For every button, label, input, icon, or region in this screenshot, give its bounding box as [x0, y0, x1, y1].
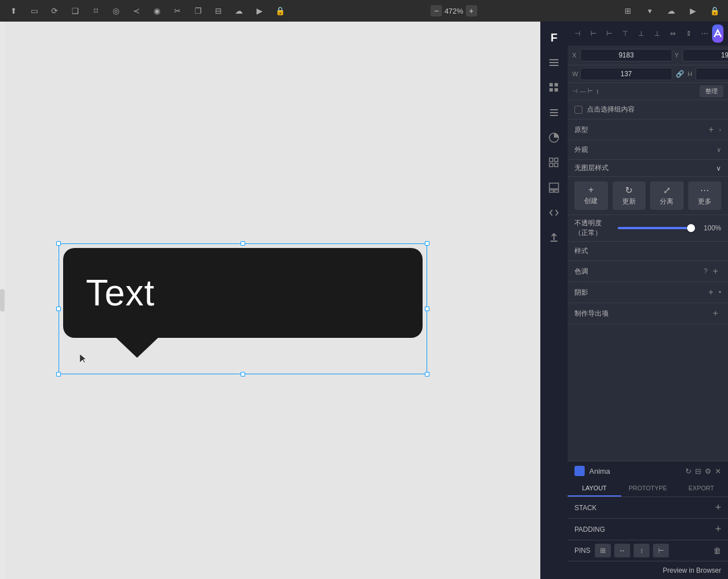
- icon-bar-colorlib[interactable]: [543, 126, 565, 149]
- ellipse-tool[interactable]: ◉: [148, 2, 166, 20]
- frame-tool[interactable]: ▭: [25, 2, 43, 20]
- anima-layout-icon[interactable]: ⊟: [695, 467, 701, 475]
- stack-plus-icon[interactable]: +: [715, 502, 721, 514]
- left-sidebar-handle[interactable]: [0, 289, 5, 312]
- icon-bar-upgrade[interactable]: [543, 226, 565, 249]
- align-left-btn[interactable]: ⊣: [570, 27, 585, 40]
- copy-tool[interactable]: ❐: [189, 2, 207, 20]
- color-add-icon[interactable]: +: [710, 266, 721, 277]
- align-right-btn[interactable]: ⊢: [602, 27, 617, 40]
- handle-top-left[interactable]: [56, 241, 61, 246]
- cloud-sync-icon[interactable]: ☁: [662, 2, 680, 20]
- icon-bar-components[interactable]: [543, 151, 565, 174]
- more-align-btn[interactable]: ⋯: [697, 27, 712, 40]
- prototype-section[interactable]: 原型 + ›: [568, 119, 728, 140]
- arrange-button[interactable]: 整理: [700, 85, 723, 97]
- play-tool[interactable]: ▶: [250, 2, 268, 20]
- play-preview-icon[interactable]: ▶: [684, 2, 702, 20]
- y-input[interactable]: [682, 49, 728, 61]
- zoom-out-button[interactable]: −: [431, 5, 442, 16]
- handle-bottom-left[interactable]: [56, 372, 61, 377]
- icon-bar-grid[interactable]: [543, 76, 565, 99]
- canvas-area[interactable]: Text: [5, 22, 540, 579]
- x-input[interactable]: [580, 49, 672, 61]
- rect-tool[interactable]: ❑: [66, 2, 84, 20]
- icon-bar-assets[interactable]: [543, 101, 565, 124]
- opacity-slider[interactable]: [618, 227, 695, 229]
- separate-comp-btn[interactable]: ⤢ 分离: [650, 181, 684, 210]
- preview-browser-btn[interactable]: Preview in Browser: [663, 566, 721, 574]
- export-section[interactable]: 制作导出项 +: [568, 303, 728, 324]
- create-comp-btn[interactable]: + 创建: [574, 181, 608, 210]
- cloud-tool[interactable]: ☁: [230, 2, 248, 20]
- circle-tool[interactable]: ◎: [107, 2, 125, 20]
- layer-style-row[interactable]: 无图层样式 ∨: [568, 160, 728, 177]
- rotate-tool[interactable]: ⟳: [46, 2, 64, 20]
- bubble-body: Text: [63, 248, 423, 338]
- dist-h-btn[interactable]: ⇔: [665, 27, 680, 40]
- export-add-icon[interactable]: +: [710, 308, 721, 319]
- expand-icon[interactable]: ▾: [640, 2, 659, 20]
- lock-ratio-icon[interactable]: 🔗: [675, 70, 685, 78]
- arrange-row: ⊣ — ⊢ I 整理: [568, 83, 728, 100]
- shadow-section[interactable]: 阴影 + •: [568, 282, 728, 303]
- more-comp-btn[interactable]: ⋯ 更多: [688, 181, 722, 210]
- main-area: Text F: [0, 22, 728, 579]
- shadow-add-icon[interactable]: +: [705, 287, 717, 298]
- appearance-section[interactable]: 外观 ∨: [568, 140, 728, 160]
- export-actions: +: [710, 308, 721, 319]
- h-input[interactable]: [696, 68, 728, 80]
- group-click-checkbox[interactable]: [574, 106, 582, 114]
- align-center-h-btn[interactable]: ⊢: [586, 27, 601, 40]
- update-comp-btn[interactable]: ↻ 更新: [613, 181, 646, 210]
- icon-bar-code[interactable]: [543, 201, 565, 224]
- align-center-v-btn[interactable]: ⊥: [634, 27, 648, 40]
- prototype-add-icon[interactable]: +: [705, 124, 717, 135]
- pin-all-btn[interactable]: ⊞: [595, 544, 611, 557]
- handle-top-right[interactable]: [425, 241, 429, 246]
- anima-section: Anima ↻ ⊟ ⚙ ✕ LAYOUT PROTOTYPE EXPORT ST…: [568, 461, 728, 561]
- pin-custom-btn[interactable]: ⊢: [653, 544, 669, 557]
- handle-middle-right[interactable]: [425, 307, 429, 311]
- padding-plus-icon[interactable]: +: [715, 523, 721, 535]
- anima-tab-layout[interactable]: LAYOUT: [568, 481, 621, 497]
- w-input[interactable]: [580, 68, 672, 80]
- handle-bottom-center[interactable]: [241, 372, 245, 377]
- align-bottom-btn[interactable]: ⊥: [650, 27, 664, 40]
- x-coord-group: X: [572, 49, 672, 61]
- pins-delete-icon[interactable]: 🗑: [713, 546, 721, 555]
- lock-icon[interactable]: 🔒: [705, 2, 723, 20]
- pin-h-btn[interactable]: ↔: [614, 544, 630, 557]
- icon-bar-templates[interactable]: [543, 176, 565, 199]
- anima-tab-prototype[interactable]: PROTOTYPE: [621, 481, 675, 497]
- zoom-in-button[interactable]: +: [466, 5, 477, 16]
- style-section[interactable]: 样式: [568, 242, 728, 261]
- color-question-icon[interactable]: ?: [704, 267, 708, 275]
- anima-close-icon[interactable]: ✕: [715, 467, 721, 475]
- anima-tab-export[interactable]: EXPORT: [675, 481, 728, 497]
- align-top-btn[interactable]: ⊤: [618, 27, 632, 40]
- handle-top-center[interactable]: [241, 241, 245, 246]
- shape-tool[interactable]: ⌑: [86, 2, 105, 20]
- anima-sync-icon[interactable]: ↻: [685, 467, 692, 475]
- speech-bubble[interactable]: Text: [63, 248, 423, 359]
- icon-bar-layers[interactable]: [543, 51, 565, 74]
- speech-bubble-wrapper[interactable]: Text: [59, 243, 427, 374]
- handle-bottom-right[interactable]: [425, 372, 429, 377]
- lock-tool[interactable]: 🔒: [271, 2, 289, 20]
- shadow-more-icon[interactable]: •: [719, 288, 721, 296]
- subtract-tool[interactable]: ⊟: [209, 2, 228, 20]
- anima-settings-icon[interactable]: ⚙: [705, 467, 712, 475]
- dist-v-btn[interactable]: ⇕: [681, 27, 696, 40]
- handle-middle-left[interactable]: [56, 307, 61, 311]
- pins-label: PINS: [574, 547, 590, 555]
- cut-tool[interactable]: ✂: [168, 2, 187, 20]
- opacity-thumb[interactable]: [687, 224, 695, 232]
- color-section[interactable]: 色调 ? +: [568, 261, 728, 282]
- pin-v-btn[interactable]: ↕: [634, 544, 650, 557]
- icon-bar-favorites[interactable]: F: [543, 26, 565, 49]
- select-tool[interactable]: ⬆: [5, 2, 23, 20]
- anima-header: Anima ↻ ⊟ ⚙ ✕: [568, 461, 728, 481]
- grid-view-icon[interactable]: ⊞: [619, 2, 637, 20]
- pen-tool[interactable]: ≺: [127, 2, 146, 20]
